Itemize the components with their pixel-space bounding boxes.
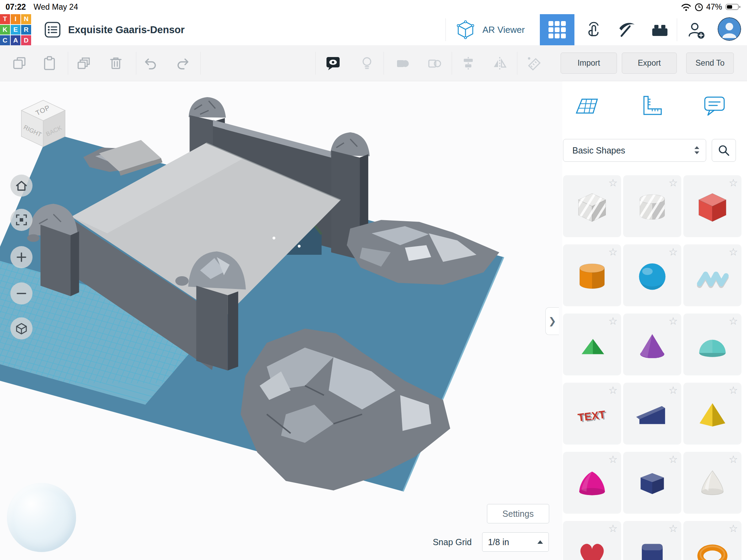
snap-grid-label: Snap Grid [415, 537, 472, 547]
logo-tile: A [11, 35, 21, 45]
divider [68, 52, 68, 75]
copy-icon [12, 55, 28, 71]
logo-tile: D [21, 35, 31, 45]
shape-tile-torus-partial[interactable]: ☆ [683, 521, 741, 560]
hand-gesture-icon [583, 20, 601, 39]
shape-tile-cone[interactable]: ☆ [623, 314, 681, 375]
shape-tile-pyramid[interactable]: ☆ [683, 383, 741, 445]
minus-icon [15, 287, 28, 300]
minecraft-export-button[interactable] [612, 14, 640, 45]
plus-icon [15, 250, 28, 264]
round-cone-icon [692, 464, 732, 504]
heart-partial-icon [572, 533, 612, 560]
shape-tile-cylinder[interactable]: ☆ [563, 244, 621, 306]
group-icon [395, 55, 411, 71]
logo-tile: R [21, 25, 31, 35]
shape-tile-roof[interactable]: ☆ [563, 314, 621, 375]
paste-button[interactable] [37, 45, 62, 81]
clock-time: 07:22 [6, 2, 26, 12]
lego-brick-icon [650, 20, 670, 39]
notes-tool-icon[interactable] [701, 93, 728, 119]
viewport-3d[interactable]: TOP RIGHT BACK ❯ Settings Snap Grid [0, 81, 562, 560]
dropdown-carets-icon [694, 146, 700, 155]
fit-view-button[interactable] [10, 209, 33, 231]
blocks-view-button[interactable] [540, 14, 574, 45]
copy-button[interactable] [8, 45, 32, 81]
shape-tile-sphere[interactable]: ☆ [623, 244, 681, 306]
scribble-icon [692, 256, 732, 296]
ungroup-button[interactable] [422, 45, 446, 81]
hole-box-icon [572, 187, 612, 227]
shape-tile-paraboloid[interactable]: ☆ [563, 452, 621, 514]
design-title[interactable]: Exquisite Gaaris-Densor [68, 14, 185, 45]
caret-up-icon [537, 540, 543, 544]
shape-tile-heart-partial[interactable]: ☆ [563, 521, 621, 560]
avatar[interactable] [718, 17, 741, 41]
shape-tile-hole-box[interactable]: ☆ [563, 175, 621, 237]
zoom-in-button[interactable] [10, 246, 33, 268]
shape-tile-text[interactable]: ☆ TEXTTEXT [563, 383, 621, 445]
scene-3d[interactable] [0, 81, 556, 560]
export-button[interactable]: Export [622, 53, 677, 74]
eye-badge-icon [325, 55, 341, 72]
brick-export-button[interactable] [646, 14, 674, 45]
invite-button[interactable] [682, 14, 709, 45]
shape-tile-scribble[interactable]: ☆ [683, 244, 741, 306]
show-all-button[interactable] [321, 45, 345, 81]
redo-button[interactable] [171, 45, 195, 81]
group-button[interactable] [390, 45, 415, 81]
mirror-button[interactable] [488, 45, 512, 81]
shape-tile-box[interactable]: ☆ [683, 175, 741, 237]
undo-button[interactable] [138, 45, 163, 81]
search-icon [717, 144, 730, 157]
wedge-icon [632, 394, 672, 435]
hole-cylinder-icon [632, 187, 672, 227]
undo-icon [142, 55, 158, 71]
send-to-button[interactable]: Send To [686, 53, 734, 74]
tinkercad-logo[interactable]: T I N K E R C A D [0, 14, 31, 45]
shape-tile-block-partial[interactable]: ☆ [623, 521, 681, 560]
text-icon: TEXTTEXT [572, 394, 612, 435]
home-view-button[interactable] [10, 175, 33, 197]
logo-tile: K [0, 25, 10, 35]
align-button[interactable] [456, 45, 480, 81]
snap-grid-dropdown[interactable]: 1/8 in [482, 532, 549, 552]
duplicate-button[interactable] [72, 45, 96, 81]
settings-button[interactable]: Settings [487, 504, 549, 523]
shape-tile-hole-cylinder[interactable]: ☆ [623, 175, 681, 237]
view-cube[interactable]: TOP RIGHT BACK [16, 96, 71, 151]
collapse-panel-handle[interactable]: ❯ [545, 307, 559, 335]
perspective-toggle-button[interactable] [10, 317, 33, 339]
divider [452, 52, 452, 75]
cylinder-icon [572, 256, 612, 296]
shape-tile-half-sphere[interactable]: ☆ [683, 314, 741, 375]
gesture-tool-button[interactable] [578, 14, 606, 45]
ruler-tool-button[interactable] [522, 45, 546, 81]
status-bar: 07:22 Wed May 24 47% [0, 0, 747, 14]
lightbulb-icon [359, 55, 375, 71]
logo-tile: E [11, 25, 21, 35]
shape-category-dropdown[interactable]: Basic Shapes [563, 139, 706, 162]
pyramid-icon [692, 394, 732, 435]
import-button[interactable]: Import [561, 53, 617, 74]
shape-tile-round-cone[interactable]: ☆ [683, 452, 741, 514]
paraboloid-icon [572, 464, 612, 504]
tips-button[interactable] [355, 45, 379, 81]
design-menu-button[interactable] [39, 14, 66, 45]
workplane-tool-icon[interactable] [574, 93, 600, 119]
fit-view-icon [15, 213, 28, 227]
ar-viewer-label[interactable]: AR Viewer [482, 14, 525, 45]
duplicate-icon [76, 55, 92, 71]
shape-tile-wedge[interactable]: ☆ [623, 383, 681, 445]
ruler-tool-icon[interactable] [639, 93, 665, 119]
search-shapes-button[interactable] [712, 139, 736, 162]
delete-button[interactable] [104, 45, 128, 81]
divider [315, 52, 316, 75]
ar-viewer-button[interactable] [456, 20, 475, 41]
alarm-icon [694, 3, 703, 12]
shape-tile-polygon[interactable]: ☆ [623, 452, 681, 514]
battery-icon [726, 3, 741, 11]
divider [384, 52, 384, 75]
zoom-out-button[interactable] [10, 282, 33, 305]
nav-sphere [7, 483, 76, 552]
